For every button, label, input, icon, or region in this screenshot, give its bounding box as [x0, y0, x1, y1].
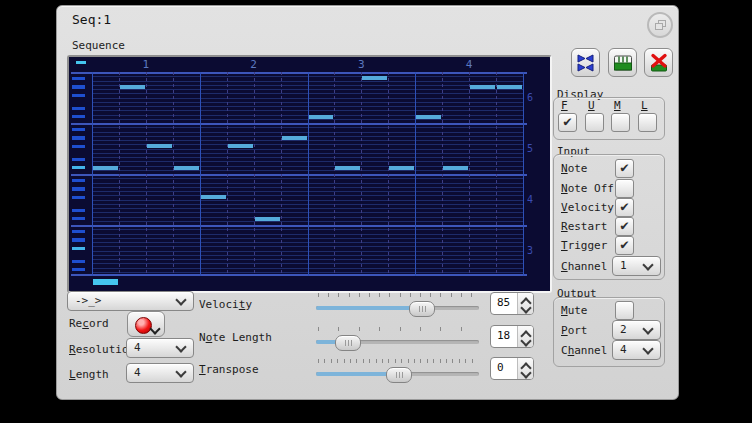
record-button[interactable] [127, 311, 165, 337]
beat-line [92, 72, 93, 276]
note-bar[interactable] [309, 115, 334, 119]
display-m-checkbox[interactable] [611, 113, 630, 132]
velocity-slider[interactable] [316, 293, 479, 317]
keyboard-key-bar [72, 230, 85, 233]
playhead-marker [93, 279, 118, 285]
velocity-spinbox[interactable]: 85 [490, 292, 534, 315]
transpose-spinbox[interactable]: 0 [490, 357, 534, 380]
length-label: Length [69, 368, 109, 381]
display-l-checkbox[interactable] [638, 113, 657, 132]
note-bar[interactable] [389, 166, 414, 170]
transpose-spin-value: 0 [497, 361, 504, 374]
spin-buttons[interactable] [517, 326, 533, 347]
note-bar[interactable] [228, 144, 253, 148]
keyboard-key-bar [72, 196, 85, 199]
note-bar[interactable] [416, 115, 441, 119]
input-note-off-checkbox[interactable] [615, 179, 634, 198]
transpose-slider-handle[interactable] [386, 367, 412, 383]
beat-number: 3 [358, 58, 365, 71]
record-label: Record [69, 317, 109, 330]
note-length-slider-handle[interactable] [335, 335, 361, 351]
output-mute-checkbox[interactable] [615, 301, 634, 320]
note-bar[interactable] [443, 166, 468, 170]
output-port-combobox[interactable]: 2 [612, 320, 661, 340]
keyboard-key-bar [72, 107, 85, 110]
sequence-frame-label: Sequence [72, 39, 125, 52]
beat-line [308, 72, 309, 276]
delete-button[interactable] [644, 48, 673, 77]
output-channel-combobox[interactable]: 4 [612, 340, 661, 360]
velocity-slider-handle[interactable] [409, 301, 435, 317]
input-channel-combobox[interactable]: 1 [612, 256, 661, 276]
note-bar[interactable] [147, 144, 172, 148]
substep-line [119, 72, 120, 276]
octave-line [71, 72, 527, 74]
input-channel-label: Channel [561, 260, 607, 273]
octave-line [71, 274, 527, 276]
piano-roll-grid[interactable]: 12346543 [69, 57, 546, 287]
restore-icon [655, 20, 665, 30]
input-trigger-label: Trigger [561, 239, 607, 252]
note-bar[interactable] [255, 217, 280, 221]
resolution-value: 4 [134, 341, 141, 354]
note-bar[interactable] [335, 166, 360, 170]
note-length-label: Note Length [199, 331, 272, 344]
input-trigger-checkbox[interactable]: ✔ [615, 236, 634, 255]
rename-icon [613, 53, 633, 73]
input-note-label: Note [561, 162, 588, 175]
length-combobox[interactable]: 4 [126, 363, 194, 383]
note-bar[interactable] [201, 195, 226, 199]
spin-buttons[interactable] [517, 358, 533, 379]
pattern-combobox[interactable]: ->_> [67, 291, 194, 311]
beat-number: 1 [143, 58, 150, 71]
note-bar[interactable] [120, 85, 145, 89]
beat-line [523, 72, 524, 276]
resolution-combobox[interactable]: 4 [126, 338, 194, 358]
octave-number: 4 [527, 194, 533, 205]
note-bar[interactable] [470, 85, 495, 89]
velocity-label: Velocity [199, 298, 252, 311]
keyboard-key-bar [72, 187, 85, 190]
seq-module-window: Seq:1 [56, 5, 679, 400]
transpose-label: Transpose [199, 363, 259, 376]
note-bar[interactable] [497, 85, 522, 89]
note-bar[interactable] [174, 166, 199, 170]
slider-ticks [318, 327, 477, 331]
display-f-checkbox[interactable]: ✔ [558, 113, 577, 132]
chevron-down-icon [642, 259, 653, 270]
keyboard-key-bar [72, 94, 85, 97]
input-restart-checkbox[interactable]: ✔ [615, 217, 634, 236]
note-bar[interactable] [362, 76, 387, 80]
output-channel-value: 4 [620, 343, 627, 356]
beat-number: 4 [466, 58, 473, 71]
duplicate-button[interactable] [571, 48, 600, 77]
transpose-slider[interactable] [316, 359, 479, 383]
chevron-down-icon [642, 343, 653, 354]
input-velocity-label: Velocity [561, 201, 614, 214]
input-restart-label: Restart [561, 220, 607, 233]
note-bar[interactable] [93, 166, 118, 170]
chevron-down-icon [175, 366, 186, 377]
spin-buttons[interactable] [517, 293, 533, 314]
duplicate-icon [576, 53, 596, 73]
display-f-label: F [561, 99, 568, 112]
substep-line [334, 72, 335, 276]
restore-button[interactable] [647, 12, 673, 38]
input-note-checkbox[interactable]: ✔ [615, 159, 634, 178]
octave-line [71, 123, 527, 125]
rename-button[interactable] [608, 48, 637, 77]
octave-number: 3 [527, 245, 533, 256]
pattern-value: ->_> [75, 294, 102, 307]
input-velocity-checkbox[interactable]: ✔ [615, 198, 634, 217]
note-length-spinbox[interactable]: 18 [490, 325, 534, 348]
slider-fill [316, 306, 421, 310]
note-bar[interactable] [282, 136, 307, 140]
chevron-down-icon [175, 294, 186, 305]
keyboard-key-bar [72, 158, 85, 161]
display-u-checkbox[interactable] [585, 113, 604, 132]
octave-line [71, 225, 527, 227]
note-length-slider[interactable] [316, 327, 479, 351]
keyboard-key-bar [72, 136, 85, 139]
sequence-grid-frame: 12346543 [67, 55, 552, 293]
substep-line [254, 72, 255, 276]
